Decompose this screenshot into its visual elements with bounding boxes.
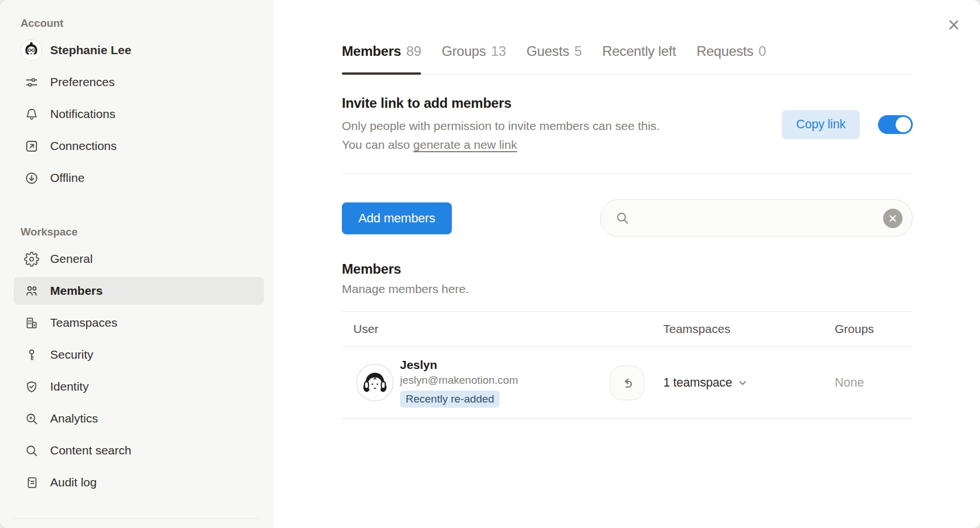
tab-label: Guests bbox=[526, 43, 569, 59]
members-section-subtitle: Manage members here. bbox=[342, 282, 913, 296]
sidebar-item-teamspaces[interactable]: Teamspaces bbox=[14, 309, 264, 336]
tab-count: 13 bbox=[491, 43, 506, 59]
shield-check-icon bbox=[21, 376, 42, 397]
tab-count: 89 bbox=[406, 43, 421, 59]
sidebar-item-label: Teamspaces bbox=[50, 316, 117, 330]
invite-link-toggle[interactable] bbox=[878, 115, 913, 134]
sliders-icon bbox=[21, 71, 42, 93]
member-email: jeslyn@makenotion.com bbox=[400, 373, 518, 387]
toggle-knob bbox=[896, 117, 911, 132]
arrow-down-circle-icon bbox=[21, 167, 42, 189]
sidebar-item-label: Offline bbox=[50, 171, 84, 185]
settings-main: × Members89 Groups13 Guests5 Recently le… bbox=[273, 0, 980, 528]
copy-link-button[interactable]: Copy link bbox=[782, 110, 860, 139]
sidebar-item-security[interactable]: Security bbox=[14, 341, 264, 368]
undo-icon bbox=[619, 375, 635, 391]
chevron-down-icon bbox=[738, 378, 748, 388]
member-info: Jeslyn jeslyn@makenotion.com Recently re… bbox=[400, 358, 518, 408]
settings-sidebar: Account Stephanie Lee bbox=[0, 0, 273, 528]
gear-icon bbox=[21, 248, 42, 270]
sidebar-divider bbox=[14, 518, 260, 519]
sidebar-item-label: Connections bbox=[50, 139, 117, 153]
sidebar-item-label: Analytics bbox=[50, 412, 98, 425]
generate-new-link[interactable]: generate a new link bbox=[413, 138, 517, 151]
column-header-user: User bbox=[342, 322, 663, 336]
sidebar-item-label: Security bbox=[50, 348, 93, 362]
sidebar-section-label: Account bbox=[21, 16, 273, 31]
member-status-badge: Recently re-added bbox=[400, 391, 500, 408]
search-box bbox=[600, 199, 913, 237]
scroll-icon bbox=[21, 472, 42, 493]
tab-label: Members bbox=[342, 43, 401, 59]
sidebar-item-label: General bbox=[50, 252, 93, 266]
sidebar-item-label: Audit log bbox=[50, 476, 97, 489]
invite-link-section: Invite link to add members Only people w… bbox=[342, 95, 913, 154]
sidebar-item-members[interactable]: Members bbox=[14, 277, 264, 304]
sidebar-section-workspace: Workspace General bbox=[0, 225, 273, 496]
sidebar-item-label: Preferences bbox=[50, 75, 115, 89]
sidebar-item-notifications[interactable]: Notifications bbox=[14, 100, 264, 128]
table-header: User Teamspaces Groups bbox=[342, 311, 913, 347]
sidebar-item-analytics[interactable]: Analytics bbox=[14, 405, 264, 432]
tab-requests[interactable]: Requests0 bbox=[697, 43, 766, 74]
bell-icon bbox=[21, 103, 42, 125]
column-header-groups: Groups bbox=[835, 322, 913, 336]
sidebar-item-preferences[interactable]: Preferences bbox=[14, 68, 264, 96]
groups-value: None bbox=[835, 376, 864, 389]
invite-controls: Copy link bbox=[782, 110, 913, 139]
member-avatar bbox=[356, 364, 394, 401]
user-avatar-icon bbox=[21, 39, 42, 61]
members-tabs: Members89 Groups13 Guests5 Recently left… bbox=[342, 0, 913, 75]
sidebar-item-label: Stephanie Lee bbox=[50, 43, 131, 57]
sidebar-item-offline[interactable]: Offline bbox=[14, 164, 264, 192]
search-icon bbox=[615, 210, 630, 226]
tab-count: 0 bbox=[758, 43, 766, 59]
tab-label: Recently left bbox=[602, 43, 676, 59]
user-cell: Jeslyn jeslyn@makenotion.com Recently re… bbox=[342, 358, 663, 408]
sidebar-section-label: Workspace bbox=[21, 225, 273, 239]
tab-recently-left[interactable]: Recently left bbox=[602, 43, 676, 74]
teamspaces-dropdown[interactable]: 1 teamspace bbox=[663, 376, 835, 390]
table-row: Jeslyn jeslyn@makenotion.com Recently re… bbox=[342, 347, 913, 419]
invite-description: Only people with permission to invite me… bbox=[342, 116, 675, 154]
tab-label: Groups bbox=[442, 43, 486, 59]
sidebar-item-account-user[interactable]: Stephanie Lee bbox=[14, 36, 264, 64]
add-members-button[interactable]: Add members bbox=[342, 202, 452, 234]
sidebar-item-content-search[interactable]: Content search bbox=[14, 437, 264, 464]
magnifier-icon bbox=[21, 440, 42, 461]
sidebar-item-audit-log[interactable]: Audit log bbox=[14, 469, 264, 496]
sidebar-item-label: Members bbox=[50, 284, 103, 298]
teamspaces-value: 1 teamspace bbox=[663, 376, 732, 390]
close-icon[interactable]: × bbox=[941, 13, 966, 38]
tab-members[interactable]: Members89 bbox=[342, 43, 421, 74]
sidebar-item-general[interactable]: General bbox=[14, 245, 264, 273]
members-section-title: Members bbox=[342, 261, 913, 277]
search-input[interactable] bbox=[637, 212, 883, 225]
key-icon bbox=[21, 344, 42, 365]
tab-guests[interactable]: Guests5 bbox=[526, 43, 582, 74]
members-actions-row: Add members bbox=[342, 199, 913, 237]
members-table: User Teamspaces Groups bbox=[342, 311, 913, 419]
member-name: Jeslyn bbox=[400, 358, 518, 372]
groups-cell: None bbox=[835, 376, 913, 390]
people-icon bbox=[21, 280, 42, 302]
column-header-teamspaces: Teamspaces bbox=[663, 322, 835, 336]
sidebar-item-connections[interactable]: Connections bbox=[14, 132, 264, 160]
sidebar-item-label: Content search bbox=[50, 444, 131, 457]
arrow-up-right-square-icon bbox=[21, 135, 42, 157]
magnifier-sparkle-icon bbox=[21, 408, 42, 429]
invite-title: Invite link to add members bbox=[342, 95, 675, 111]
sidebar-item-identity[interactable]: Identity bbox=[14, 373, 264, 400]
settings-dialog: Account Stephanie Lee bbox=[0, 0, 980, 528]
section-divider bbox=[342, 173, 913, 174]
tab-groups[interactable]: Groups13 bbox=[442, 43, 506, 74]
sidebar-section-account: Account Stephanie Lee bbox=[0, 16, 273, 192]
tab-count: 5 bbox=[574, 43, 582, 59]
sidebar-item-label: Identity bbox=[50, 380, 89, 393]
clear-search-icon[interactable] bbox=[883, 209, 903, 228]
sidebar-item-label: Notifications bbox=[50, 107, 115, 121]
building-icon bbox=[21, 312, 42, 334]
undo-button[interactable] bbox=[610, 365, 644, 400]
tab-label: Requests bbox=[697, 43, 754, 59]
